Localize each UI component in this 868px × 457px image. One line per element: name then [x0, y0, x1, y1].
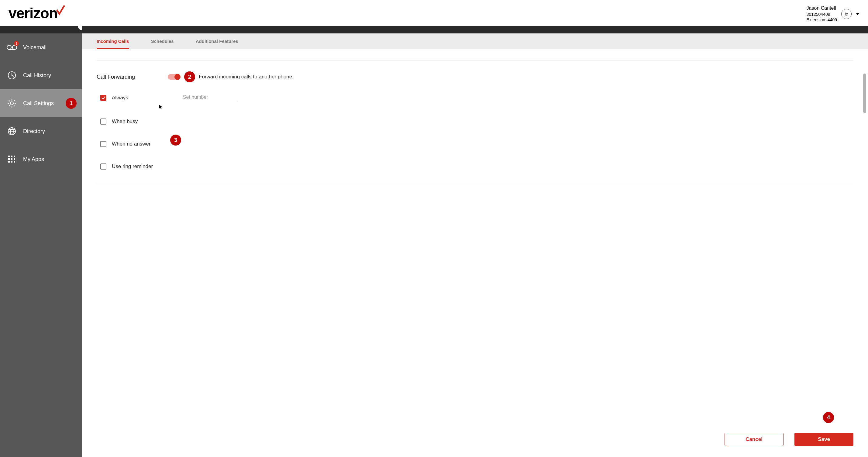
user-extension: Extension: 4409: [807, 17, 837, 23]
globe-icon: [7, 126, 17, 136]
svg-point-4: [10, 102, 13, 105]
svg-line-12: [14, 100, 15, 101]
option-label: Use ring reminder: [112, 163, 153, 169]
svg-rect-26: [14, 161, 15, 163]
svg-line-9: [9, 100, 10, 101]
avatar[interactable]: jc: [841, 9, 851, 19]
section-description: Forward incoming calls to another phone.: [199, 74, 293, 80]
set-number-input[interactable]: [182, 93, 237, 102]
svg-rect-23: [14, 158, 15, 160]
forwarding-options: Always When busy When no answer: [100, 93, 854, 169]
user-block: Jason Cantell 3012504409 Extension: 4409…: [807, 5, 860, 23]
svg-line-11: [9, 105, 10, 107]
checkbox-ring-reminder[interactable]: [100, 163, 106, 169]
save-button[interactable]: Save: [795, 433, 854, 446]
sidebar-item-label: Voicemail: [23, 44, 46, 51]
svg-rect-20: [14, 156, 15, 157]
tab-schedules[interactable]: Schedules: [151, 34, 174, 49]
verizon-check-icon: [56, 5, 65, 21]
sidebar-item-call-settings[interactable]: Call Settings 1: [0, 89, 82, 117]
svg-point-0: [7, 45, 11, 50]
sidebar-item-label: Call History: [23, 72, 51, 79]
checkbox-when-busy[interactable]: [100, 119, 106, 125]
settings-panel: Call Forwarding 2 Forward incoming calls…: [82, 49, 868, 424]
user-phone: 3012504409: [807, 11, 837, 17]
call-forwarding-toggle[interactable]: [168, 74, 180, 79]
svg-rect-21: [8, 158, 10, 160]
svg-rect-18: [8, 156, 10, 157]
sidebar-item-call-history[interactable]: Call History: [0, 61, 82, 89]
svg-rect-25: [11, 161, 12, 163]
tabs-bar: Incoming Calls Schedules Additional Feat…: [82, 33, 868, 49]
option-ring-reminder-row: Use ring reminder: [100, 163, 854, 169]
brand-logo: verizon: [8, 6, 65, 22]
voicemail-icon: 1: [7, 42, 17, 53]
svg-rect-19: [11, 156, 12, 157]
svg-point-1: [12, 45, 17, 50]
sidebar-item-label: My Apps: [23, 156, 44, 163]
user-name: Jason Cantell: [807, 5, 837, 11]
content-top-strip: [82, 26, 868, 33]
sidebar-item-my-apps[interactable]: My Apps: [0, 145, 82, 173]
cancel-button[interactable]: Cancel: [724, 433, 783, 446]
voicemail-badge: 1: [14, 41, 19, 46]
annotation-step-4: 4: [823, 412, 834, 423]
tab-incoming-calls[interactable]: Incoming Calls: [97, 34, 129, 49]
action-bar: 4 Cancel Save: [82, 424, 868, 457]
option-label: Always: [112, 95, 128, 101]
sidebar-top-strip: [0, 26, 82, 33]
svg-rect-22: [11, 158, 12, 160]
apps-grid-icon: [7, 154, 17, 164]
sidebar-item-label: Call Settings: [23, 100, 54, 107]
topbar: verizon Jason Cantell 3012504409 Extensi…: [0, 0, 868, 26]
annotation-step-2: 2: [184, 71, 195, 83]
option-always-row: Always: [100, 93, 854, 102]
svg-line-10: [14, 105, 15, 107]
sidebar-item-voicemail[interactable]: 1 Voicemail: [0, 33, 82, 61]
sidebar-item-directory[interactable]: Directory: [0, 117, 82, 145]
annotation-step-1: 1: [66, 98, 76, 109]
checkbox-when-no-answer[interactable]: [100, 141, 106, 147]
checkbox-always[interactable]: [100, 95, 106, 101]
call-history-icon: [7, 70, 17, 80]
sidebar-item-label: Directory: [23, 128, 45, 135]
user-info: Jason Cantell 3012504409 Extension: 4409: [807, 5, 837, 23]
option-busy-row: When busy: [100, 119, 854, 125]
option-label: When busy: [112, 119, 138, 125]
tab-additional-features[interactable]: Additional Features: [196, 34, 238, 49]
section-title: Call Forwarding: [97, 74, 148, 80]
brand-text: verizon: [8, 6, 57, 21]
option-no-answer-row: When no answer: [100, 141, 854, 147]
content-area: Incoming Calls Schedules Additional Feat…: [82, 26, 868, 457]
option-label: When no answer: [112, 141, 151, 147]
cursor-icon: [159, 104, 163, 110]
gear-icon: [7, 98, 17, 108]
svg-rect-24: [8, 161, 10, 163]
section-call-forwarding: Call Forwarding 2 Forward incoming calls…: [97, 60, 854, 183]
sidebar: 1 Voicemail Call History: [0, 26, 82, 457]
user-menu-caret-icon[interactable]: [856, 13, 860, 15]
scrollbar-thumb[interactable]: [863, 73, 866, 113]
